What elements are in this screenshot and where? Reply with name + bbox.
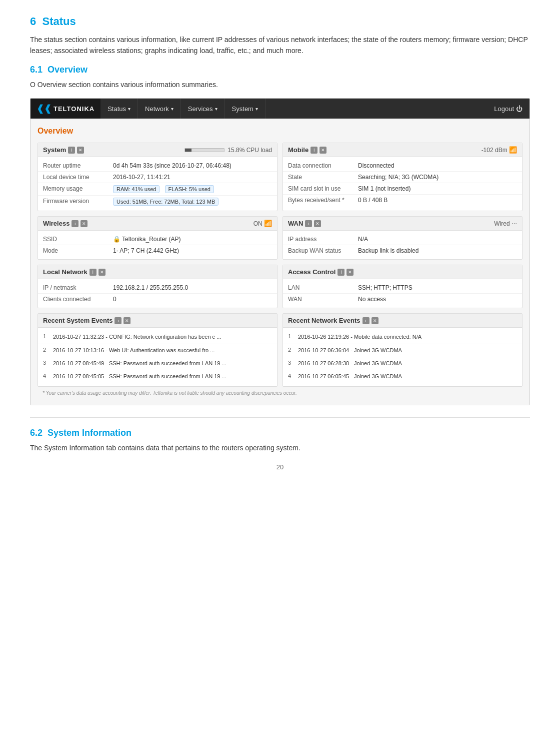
local-network-row-ip: IP / netmask 192.168.2.1 / 255.255.255.0 <box>38 282 277 294</box>
system-row-firmware: Firmware version Used: 51MB, Free: 72MB,… <box>38 196 277 208</box>
recent-system-events-body: 1 2016-10-27 11:32:23 - CONFIG: Network … <box>38 328 277 386</box>
lan-label: LAN <box>288 284 358 291</box>
section62-title-text: System Information <box>48 428 132 438</box>
system-panel-body: Router uptime 0d 4h 54m 33s (since 2016-… <box>38 157 277 211</box>
ip-netmask-label: IP / netmask <box>43 284 113 291</box>
nav-items: Status ▾ Network ▾ Services ▾ System ▾ <box>100 99 487 119</box>
brand-name: TELTONIKA <box>54 105 94 113</box>
mobile-row-connection: Data connection Disconnected <box>283 160 522 172</box>
system-info-icon[interactable]: i <box>68 147 75 154</box>
mode-label: Mode <box>43 247 113 254</box>
section6-description: The status section contains various info… <box>30 34 530 57</box>
wireless-panel-body: SSID 🔒 Teltonika_Router (AP) Mode 1- AP;… <box>38 231 277 259</box>
wan-access-value: No access <box>358 296 517 303</box>
mobile-panel: Mobile i ✕ -102 dBm 📶 Data connection Di… <box>282 143 522 211</box>
wan-panel-header: WAN i ✕ Wired ⋯ <box>283 217 522 231</box>
nav-logout[interactable]: Logout ⏻ <box>487 99 530 119</box>
system-panel: System i ✕ 15.8% CPU load <box>38 143 278 211</box>
wireless-info-icon[interactable]: i <box>72 220 78 227</box>
local-network-panel-header: Local Network i ✕ <box>38 265 277 279</box>
access-control-row-lan: LAN SSH; HTTP; HTTPS <box>283 282 522 294</box>
nav-status[interactable]: Status ▾ <box>100 99 138 119</box>
backup-wan-label: Backup WAN status <box>288 247 358 254</box>
access-control-close-icon[interactable]: ✕ <box>346 269 354 276</box>
nav-system[interactable]: System ▾ <box>225 99 266 119</box>
access-control-info-icon[interactable]: i <box>338 269 344 276</box>
section61-description: O Overview section contains various info… <box>30 79 530 90</box>
uptime-value: 0d 4h 54m 33s (since 2016-10-27, 06:46:4… <box>113 162 272 169</box>
system-event-4: 4 2016-10-27 08:45:05 - SSH: Password au… <box>38 370 277 383</box>
nav-network[interactable]: Network ▾ <box>138 99 181 119</box>
local-network-panel-title: Local Network <box>43 268 88 276</box>
recent-network-events-close-icon[interactable]: ✕ <box>372 317 378 324</box>
system-event-1: 1 2016-10-27 11:32:23 - CONFIG: Network … <box>38 331 277 344</box>
wan-ip-label: IP address <box>288 236 358 243</box>
recent-system-events-title: Recent System Events <box>43 317 112 324</box>
network-event-3-text: 2016-10-27 06:28:30 - Joined 3G WCDMA <box>298 360 517 367</box>
recent-system-events-panel: Recent System Events i ✕ 1 2016-10-27 11… <box>38 313 278 387</box>
system-row-time: Local device time 2016-10-27, 11:41:21 <box>38 172 277 183</box>
clients-connected-label: Clients connected <box>43 296 113 303</box>
wireless-row-ssid: SSID 🔒 Teltonika_Router (AP) <box>38 234 277 245</box>
recent-network-events-info-icon[interactable]: i <box>362 317 370 324</box>
page-container: 6 Status The status section contains var… <box>0 0 560 491</box>
cpu-bar-container: 15.8% CPU load <box>184 147 272 154</box>
sim-label: SIM card slot in use <box>288 185 358 192</box>
memory-label: Memory usage <box>43 185 113 193</box>
access-control-row-wan: WAN No access <box>283 294 522 305</box>
mobile-row-bytes: Bytes received/sent * 0 B / 408 B <box>283 195 522 206</box>
recent-system-events-info-icon[interactable]: i <box>114 317 122 324</box>
wireless-panel-header: Wireless i ✕ ON 📶 <box>38 217 277 231</box>
network-event-4-text: 2016-10-27 06:05:45 - Joined 3G WCDMA <box>298 373 517 380</box>
local-network-panel: Local Network i ✕ IP / netmask 192.168.2… <box>38 265 278 308</box>
system-event-4-num: 4 <box>43 373 51 379</box>
firmware-label: Firmware version <box>43 198 113 206</box>
navbar-brand: ❰❰ TELTONIKA <box>30 99 100 119</box>
system-row-uptime: Router uptime 0d 4h 54m 33s (since 2016-… <box>38 160 277 172</box>
system-event-1-text: 2016-10-27 11:32:23 - CONFIG: Network co… <box>53 333 272 341</box>
network-event-2: 2 2016-10-27 06:36:04 - Joined 3G WCDMA <box>283 344 522 357</box>
network-event-1: 1 2016-10-26 12:19:26 - Mobile data conn… <box>283 331 522 344</box>
system-event-4-text: 2016-10-27 08:45:05 - SSH: Password auth… <box>53 373 272 380</box>
network-event-4: 4 2016-10-27 06:05:45 - Joined 3G WCDMA <box>283 370 522 383</box>
network-event-3: 3 2016-10-27 06:28:30 - Joined 3G WCDMA <box>283 357 522 370</box>
section62-number: 6.2 <box>30 428 42 438</box>
wan-info-icon[interactable]: i <box>305 220 312 227</box>
state-value: Searching; N/A; 3G (WCDMA) <box>358 174 517 181</box>
system-row-memory: Memory usage RAM: 41% used FLASH: 5% use… <box>38 183 277 196</box>
mobile-close-icon[interactable]: ✕ <box>320 147 326 154</box>
local-network-close-icon[interactable]: ✕ <box>98 269 106 276</box>
wireless-panel: Wireless i ✕ ON 📶 SSID 🔒 Teltonika_Route <box>38 216 278 260</box>
section6-number: 6 <box>30 15 36 28</box>
data-connection-label: Data connection <box>288 162 358 169</box>
ram-badge: RAM: 41% used <box>113 185 160 193</box>
recent-network-events-header: Recent Network Events i ✕ <box>283 314 522 328</box>
section61-number: 6.1 <box>30 65 42 75</box>
wireless-panel-title: Wireless <box>43 220 70 227</box>
cpu-load-text: 15.8% CPU load <box>228 147 272 154</box>
services-arrow: ▾ <box>215 106 218 112</box>
system-event-2-text: 2016-10-27 10:13:16 - Web UI: Authentica… <box>53 347 272 354</box>
wan-close-icon[interactable]: ✕ <box>314 220 321 227</box>
access-control-panel-header: Access Control i ✕ <box>283 265 522 279</box>
wan-row-backup: Backup WAN status Backup link is disable… <box>283 245 522 256</box>
firmware-value: Used: 51MB, Free: 72MB, Total: 123 MB <box>113 198 272 206</box>
mobile-info-icon[interactable]: i <box>310 147 318 154</box>
wired-icon: ⋯ <box>512 221 517 227</box>
system-close-icon[interactable]: ✕ <box>77 147 84 154</box>
network-event-1-text: 2016-10-26 12:19:26 - Mobile data connec… <box>298 333 517 341</box>
network-event-3-num: 3 <box>288 360 296 366</box>
lan-value: SSH; HTTP; HTTPS <box>358 284 517 291</box>
local-network-info-icon[interactable]: i <box>90 269 96 276</box>
system-arrow: ▾ <box>256 106 258 112</box>
mobile-panel-title: Mobile <box>288 146 308 154</box>
nav-services[interactable]: Services ▾ <box>181 99 225 119</box>
system-panel-header: System i ✕ 15.8% CPU load <box>38 143 277 157</box>
section61-title-text: Overview <box>48 65 88 75</box>
wireless-close-icon[interactable]: ✕ <box>80 220 88 227</box>
wireless-row-mode: Mode 1- AP; 7 CH (2.442 GHz) <box>38 245 277 256</box>
footer-note: * Your carrier's data usage accounting m… <box>38 387 522 399</box>
recent-system-events-close-icon[interactable]: ✕ <box>124 317 130 324</box>
panels-row2: Wireless i ✕ ON 📶 SSID 🔒 Teltonika_Route <box>38 216 522 260</box>
wan-panel: WAN i ✕ Wired ⋯ IP address N/A <box>282 216 522 260</box>
